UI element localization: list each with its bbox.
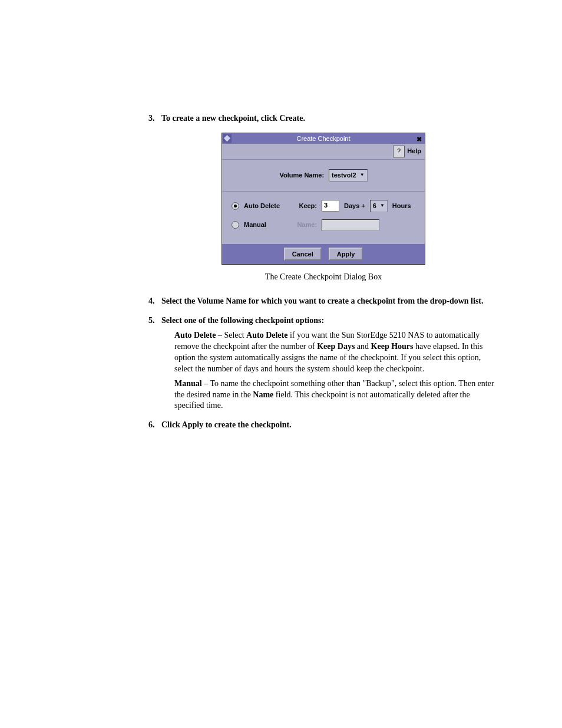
step-5: 5. Select one of the following checkpoin… (148, 315, 498, 327)
step-3: 3. To create a new checkpoint, click Cre… (148, 113, 498, 124)
cancel-button[interactable]: Cancel (284, 248, 322, 261)
step-number: 6. (148, 420, 161, 431)
dialog-titlebar: Create Checkpoint ✖ (222, 133, 425, 144)
auto-delete-label: Auto Delete (244, 202, 289, 210)
volume-label: Volume Name: (279, 171, 324, 180)
help-icon[interactable]: ? (393, 146, 405, 157)
manual-description: Manual – To name the checkpoint somethin… (174, 378, 498, 412)
close-icon[interactable]: ✖ (415, 134, 423, 142)
document-page: 3. To create a new checkpoint, click Cre… (0, 0, 562, 431)
chevron-down-icon: ▼ (360, 172, 365, 179)
help-row: ? Help (222, 144, 425, 160)
manual-label: Manual (244, 220, 289, 229)
options-panel: Auto Delete Keep: 3 Days + 6 ▼ Hours Man… (222, 192, 425, 244)
step-number: 3. (148, 113, 161, 124)
hours-select[interactable]: 6 ▼ (370, 200, 388, 212)
button-bar: Cancel Apply (222, 244, 425, 265)
figure-caption: The Create Checkpoint Dialog Box (148, 272, 498, 283)
name-label: Name: (293, 220, 317, 229)
step-text: Select one of the following checkpoint o… (161, 315, 498, 327)
manual-row: Manual Name: (232, 219, 415, 231)
keep-label: Keep: (293, 202, 317, 210)
step-4: 4. Select the Volume Name for which you … (148, 296, 498, 307)
radio-auto-delete[interactable] (232, 202, 239, 210)
step-number: 5. (148, 315, 161, 327)
app-icon (223, 134, 232, 143)
volume-row: Volume Name: testvol2 ▼ (222, 160, 425, 192)
hours-value: 6 (373, 202, 376, 210)
days-label: Days + (344, 202, 365, 210)
chevron-down-icon: ▼ (380, 203, 385, 209)
radio-manual[interactable] (232, 221, 239, 229)
apply-button[interactable]: Apply (329, 248, 363, 261)
hours-label: Hours (392, 202, 411, 210)
name-input[interactable] (322, 219, 379, 231)
step-text: To create a new checkpoint, click Create… (161, 113, 498, 124)
days-input[interactable]: 3 (322, 200, 339, 212)
dialog-title-text: Create Checkpoint (296, 135, 350, 142)
volume-select[interactable]: testvol2 ▼ (329, 169, 368, 182)
create-checkpoint-dialog: Create Checkpoint ✖ ? Help Volume Name: … (222, 133, 425, 265)
auto-delete-row: Auto Delete Keep: 3 Days + 6 ▼ Hours (232, 200, 415, 212)
step-number: 4. (148, 296, 161, 307)
volume-value: testvol2 (332, 171, 356, 180)
step-text: Click Apply to create the checkpoint. (161, 420, 498, 431)
auto-delete-description: Auto Delete – Select Auto Delete if you … (174, 330, 498, 375)
step-6: 6. Click Apply to create the checkpoint. (148, 420, 498, 431)
step-text: Select the Volume Name for which you wan… (161, 296, 498, 307)
help-label[interactable]: Help (407, 147, 421, 156)
